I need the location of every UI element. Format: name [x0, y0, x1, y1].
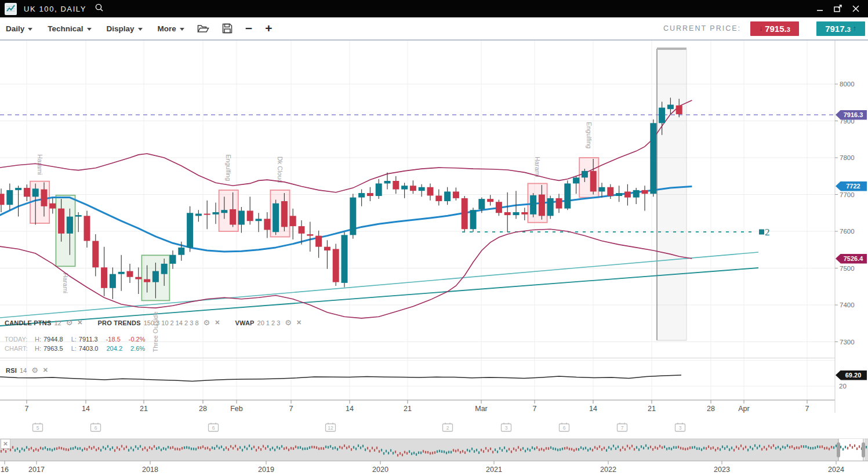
x-axis-label: 7: [533, 405, 537, 413]
candle-body: [315, 236, 322, 247]
sell-price-button[interactable]: ↓ 7915.3: [750, 21, 799, 36]
candle-body: [642, 190, 648, 194]
candle-body: [350, 198, 356, 235]
candle-body: [75, 215, 82, 217]
chart-change: 204.2: [107, 344, 123, 353]
legend-params: 12: [54, 319, 61, 326]
candle-body: [238, 210, 245, 224]
calendar-icon[interactable]: 2: [443, 423, 453, 431]
menu-daily[interactable]: Daily: [6, 24, 32, 33]
remove-indicator-icon[interactable]: ✕: [43, 366, 48, 374]
candle-body: [393, 181, 399, 190]
remove-indicator-icon[interactable]: ✕: [215, 319, 220, 326]
candle-body: [324, 247, 331, 250]
remove-indicator-icon[interactable]: ✕: [77, 319, 82, 326]
calendar-icon[interactable]: 3: [675, 423, 685, 431]
popout-button[interactable]: [831, 2, 844, 15]
current-price-panel: CURRENT PRICE: ↓ 7915.3 7917.3 ↑: [663, 21, 868, 36]
navigator-selection[interactable]: [838, 439, 865, 461]
candle-body: [333, 249, 339, 282]
year-label: 2019: [258, 466, 274, 474]
candle-body: [178, 248, 184, 255]
legend-candle-patterns: CANDLE PTNS 12 ⚙ ✕: [5, 319, 83, 326]
candle-body: [624, 191, 631, 197]
legend-params: 20 1 2 3: [257, 319, 281, 326]
menu-technical[interactable]: Technical: [48, 24, 91, 33]
remove-indicator-icon[interactable]: ✕: [296, 319, 302, 326]
down-arrow-icon: ↓: [759, 24, 762, 32]
menu-more[interactable]: More: [158, 24, 184, 33]
legend-params: 14: [20, 367, 27, 374]
session-stats: TODAY: H: 7944.8 L: 7911.3 -18.5 -0.2% C…: [5, 335, 154, 353]
navigator-drag-handle[interactable]: [837, 442, 840, 457]
close-icon[interactable]: [849, 2, 862, 15]
year-label: 2024: [828, 466, 844, 474]
gear-icon[interactable]: ⚙: [66, 319, 73, 326]
year-label: 16: [1, 466, 9, 474]
stats-row-label: TODAY:: [5, 335, 35, 344]
y-axis-label: 7700: [840, 191, 855, 198]
zoom-in-button[interactable]: +: [265, 23, 272, 34]
search-icon[interactable]: [95, 3, 104, 14]
calendar-icon[interactable]: 5: [33, 423, 43, 431]
y-axis-label: 7300: [840, 339, 855, 346]
calendar-icon[interactable]: 7: [618, 423, 627, 431]
calendar-icon[interactable]: 6: [91, 423, 101, 431]
candle-body: [444, 191, 451, 201]
menu-display[interactable]: Display: [107, 24, 143, 33]
candle-body: [513, 212, 520, 215]
y-axis-label: 7400: [840, 301, 855, 308]
legend-label: PRO TRENDS: [98, 319, 141, 326]
calendar-icon-number: 2: [446, 425, 449, 431]
gear-icon[interactable]: ⚙: [31, 367, 38, 373]
menu-display-label: Display: [107, 24, 135, 33]
app-logo-icon: [5, 3, 17, 15]
calendar-icon[interactable]: 6: [560, 423, 569, 431]
candle-body: [170, 255, 176, 264]
chart-change-pct: 2.6%: [130, 344, 145, 353]
price-tag: 69.20: [836, 370, 867, 380]
current-price-label: CURRENT PRICE:: [663, 24, 741, 32]
candle-body: [462, 198, 468, 229]
candle-body: [435, 195, 442, 201]
candle-body: [144, 279, 150, 282]
candle-body: [478, 199, 485, 209]
candle-body: [195, 214, 202, 216]
x-axis-label: 14: [589, 405, 597, 413]
candle-body: [556, 198, 562, 209]
calendar-icon[interactable]: 3: [502, 423, 511, 431]
chart-low: 7403.0: [79, 344, 99, 353]
candle-body: [539, 195, 545, 216]
navigator-drag-handle[interactable]: [862, 442, 865, 457]
legend-label: RSI: [6, 367, 17, 374]
candle-body: [547, 198, 554, 216]
candle-body: [384, 181, 391, 183]
today-change: -18.5: [106, 335, 121, 344]
candle-body: [32, 188, 39, 197]
candle-body: [15, 188, 21, 190]
navigator-close-icon[interactable]: ✕: [1, 439, 10, 449]
zoom-out-button[interactable]: −: [245, 23, 252, 34]
x-axis-label: 28: [199, 405, 207, 413]
calendar-icon[interactable]: 12: [326, 423, 336, 431]
calendar-icon[interactable]: 6: [209, 423, 219, 431]
today-stats-row: TODAY: H: 7944.8 L: 7911.3 -18.5 -0.2%: [5, 335, 154, 344]
pattern-label: Harami: [62, 272, 69, 293]
gear-icon[interactable]: ⚙: [285, 319, 292, 326]
candle-body: [247, 210, 253, 221]
open-folder-icon[interactable]: [197, 24, 209, 34]
candle-body: [521, 212, 528, 215]
candle-body: [221, 210, 227, 213]
candle-body: [342, 235, 348, 283]
candle-body: [299, 226, 305, 234]
candle-body: [590, 171, 597, 192]
x-axis-label: 21: [648, 405, 656, 413]
candle-body: [470, 210, 477, 229]
calendar-icon-number: 3: [679, 425, 682, 431]
save-icon[interactable]: [222, 23, 233, 34]
minimize-button[interactable]: [813, 2, 826, 15]
buy-price-button[interactable]: 7917.3 ↑: [816, 21, 865, 36]
gear-icon[interactable]: ⚙: [204, 319, 210, 326]
candle-body: [659, 108, 665, 123]
ask-price: 7917.: [825, 24, 847, 34]
